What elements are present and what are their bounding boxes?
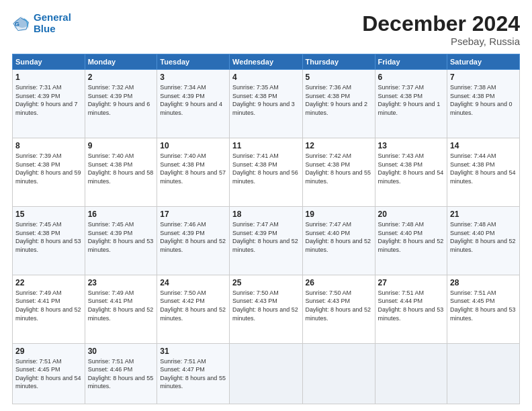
calendar-cell: 18Sunrise: 7:47 AMSunset: 4:39 PMDayligh… bbox=[230, 206, 302, 275]
day-info: Sunrise: 7:32 AMSunset: 4:39 PMDaylight:… bbox=[88, 83, 154, 117]
calendar-cell: 9Sunrise: 7:40 AMSunset: 4:38 PMDaylight… bbox=[85, 138, 157, 207]
day-info: Sunrise: 7:46 AMSunset: 4:39 PMDaylight:… bbox=[160, 220, 226, 254]
day-number: 23 bbox=[88, 278, 154, 287]
day-number: 27 bbox=[378, 278, 444, 287]
calendar-cell: 12Sunrise: 7:42 AMSunset: 4:38 PMDayligh… bbox=[302, 138, 375, 207]
day-number: 25 bbox=[232, 278, 299, 287]
svg-text:G: G bbox=[15, 19, 19, 27]
day-info: Sunrise: 7:35 AMSunset: 4:38 PMDaylight:… bbox=[232, 83, 299, 117]
calendar-cell bbox=[302, 343, 375, 404]
day-info: Sunrise: 7:50 AMSunset: 4:43 PMDaylight:… bbox=[232, 289, 299, 322]
day-info: Sunrise: 7:40 AMSunset: 4:38 PMDaylight:… bbox=[160, 152, 226, 185]
col-wednesday: Wednesday bbox=[230, 54, 302, 70]
day-number: 22 bbox=[15, 278, 82, 287]
calendar-cell: 19Sunrise: 7:47 AMSunset: 4:40 PMDayligh… bbox=[302, 206, 375, 275]
day-number: 21 bbox=[450, 210, 517, 219]
day-number: 2 bbox=[88, 73, 154, 82]
calendar-cell: 23Sunrise: 7:49 AMSunset: 4:41 PMDayligh… bbox=[85, 275, 157, 343]
calendar-cell bbox=[375, 343, 447, 404]
title-block: December 2024 Psebay, Russia bbox=[362, 12, 520, 47]
calendar-cell: 1Sunrise: 7:31 AMSunset: 4:39 PMDaylight… bbox=[13, 70, 85, 138]
calendar-cell: 16Sunrise: 7:45 AMSunset: 4:39 PMDayligh… bbox=[85, 206, 157, 275]
day-info: Sunrise: 7:49 AMSunset: 4:41 PMDaylight:… bbox=[88, 289, 154, 322]
day-number: 20 bbox=[378, 210, 444, 219]
calendar-cell: 8Sunrise: 7:39 AMSunset: 4:38 PMDaylight… bbox=[13, 138, 85, 207]
logo-text: General Blue bbox=[34, 12, 71, 34]
calendar-cell: 7Sunrise: 7:38 AMSunset: 4:38 PMDaylight… bbox=[447, 70, 520, 138]
calendar-cell bbox=[230, 343, 302, 404]
calendar-cell: 20Sunrise: 7:48 AMSunset: 4:40 PMDayligh… bbox=[375, 206, 447, 275]
col-friday: Friday bbox=[375, 54, 447, 70]
day-number: 3 bbox=[160, 73, 226, 82]
day-number: 16 bbox=[88, 210, 154, 219]
day-info: Sunrise: 7:48 AMSunset: 4:40 PMDaylight:… bbox=[450, 220, 517, 254]
logo-blue: Blue bbox=[34, 23, 56, 34]
header-row: Sunday Monday Tuesday Wednesday Thursday… bbox=[13, 54, 520, 70]
day-number: 24 bbox=[160, 278, 226, 287]
day-info: Sunrise: 7:50 AMSunset: 4:43 PMDaylight:… bbox=[306, 289, 372, 322]
day-number: 5 bbox=[306, 73, 372, 82]
day-number: 12 bbox=[306, 141, 372, 150]
day-number: 19 bbox=[306, 210, 372, 219]
main-title: December 2024 bbox=[362, 12, 520, 36]
day-info: Sunrise: 7:51 AMSunset: 4:44 PMDaylight:… bbox=[378, 289, 444, 322]
calendar-cell: 25Sunrise: 7:50 AMSunset: 4:43 PMDayligh… bbox=[230, 275, 302, 343]
day-info: Sunrise: 7:39 AMSunset: 4:38 PMDaylight:… bbox=[15, 152, 82, 185]
day-number: 30 bbox=[88, 347, 154, 356]
day-number: 1 bbox=[15, 73, 82, 82]
calendar-cell: 5Sunrise: 7:36 AMSunset: 4:38 PMDaylight… bbox=[302, 70, 375, 138]
col-monday: Monday bbox=[85, 54, 157, 70]
day-info: Sunrise: 7:31 AMSunset: 4:39 PMDaylight:… bbox=[15, 83, 82, 117]
calendar-cell: 6Sunrise: 7:37 AMSunset: 4:38 PMDaylight… bbox=[375, 70, 447, 138]
day-number: 15 bbox=[15, 210, 82, 219]
day-number: 17 bbox=[160, 210, 226, 219]
page: G General Blue December 2024 Psebay, Rus… bbox=[0, 0, 532, 411]
day-info: Sunrise: 7:38 AMSunset: 4:38 PMDaylight:… bbox=[450, 83, 517, 117]
logo: G General Blue bbox=[12, 12, 71, 34]
day-number: 18 bbox=[232, 210, 299, 219]
day-info: Sunrise: 7:49 AMSunset: 4:41 PMDaylight:… bbox=[15, 289, 82, 322]
calendar-cell: 24Sunrise: 7:50 AMSunset: 4:42 PMDayligh… bbox=[157, 275, 230, 343]
day-number: 4 bbox=[232, 73, 299, 82]
logo-general: General bbox=[34, 11, 71, 23]
col-sunday: Sunday bbox=[13, 54, 85, 70]
calendar-cell: 3Sunrise: 7:34 AMSunset: 4:39 PMDaylight… bbox=[157, 70, 230, 138]
day-info: Sunrise: 7:43 AMSunset: 4:38 PMDaylight:… bbox=[378, 152, 444, 185]
day-number: 9 bbox=[88, 141, 154, 150]
day-number: 11 bbox=[232, 141, 299, 150]
logo-icon: G bbox=[12, 14, 31, 33]
calendar-cell: 30Sunrise: 7:51 AMSunset: 4:46 PMDayligh… bbox=[85, 343, 157, 404]
day-number: 31 bbox=[160, 347, 226, 356]
calendar-cell: 13Sunrise: 7:43 AMSunset: 4:38 PMDayligh… bbox=[375, 138, 447, 207]
calendar-cell: 26Sunrise: 7:50 AMSunset: 4:43 PMDayligh… bbox=[302, 275, 375, 343]
calendar-cell: 14Sunrise: 7:44 AMSunset: 4:38 PMDayligh… bbox=[447, 138, 520, 207]
calendar-cell: 29Sunrise: 7:51 AMSunset: 4:45 PMDayligh… bbox=[13, 343, 85, 404]
calendar-cell: 27Sunrise: 7:51 AMSunset: 4:44 PMDayligh… bbox=[375, 275, 447, 343]
day-number: 6 bbox=[378, 73, 444, 82]
day-info: Sunrise: 7:34 AMSunset: 4:39 PMDaylight:… bbox=[160, 83, 226, 117]
calendar-cell: 15Sunrise: 7:45 AMSunset: 4:38 PMDayligh… bbox=[13, 206, 85, 275]
day-info: Sunrise: 7:44 AMSunset: 4:38 PMDaylight:… bbox=[450, 152, 517, 185]
calendar-cell: 4Sunrise: 7:35 AMSunset: 4:38 PMDaylight… bbox=[230, 70, 302, 138]
day-info: Sunrise: 7:47 AMSunset: 4:39 PMDaylight:… bbox=[232, 220, 299, 254]
day-info: Sunrise: 7:51 AMSunset: 4:45 PMDaylight:… bbox=[450, 289, 517, 322]
calendar-cell: 28Sunrise: 7:51 AMSunset: 4:45 PMDayligh… bbox=[447, 275, 520, 343]
col-thursday: Thursday bbox=[302, 54, 375, 70]
day-number: 13 bbox=[378, 141, 444, 150]
day-number: 8 bbox=[15, 141, 82, 150]
day-info: Sunrise: 7:51 AMSunset: 4:45 PMDaylight:… bbox=[15, 357, 82, 391]
header: G General Blue December 2024 Psebay, Rus… bbox=[12, 12, 520, 47]
day-info: Sunrise: 7:48 AMSunset: 4:40 PMDaylight:… bbox=[378, 220, 444, 254]
day-info: Sunrise: 7:40 AMSunset: 4:38 PMDaylight:… bbox=[88, 152, 154, 185]
calendar-cell: 31Sunrise: 7:51 AMSunset: 4:47 PMDayligh… bbox=[157, 343, 230, 404]
day-number: 14 bbox=[450, 141, 517, 150]
day-number: 7 bbox=[450, 73, 517, 82]
calendar-cell: 11Sunrise: 7:41 AMSunset: 4:38 PMDayligh… bbox=[230, 138, 302, 207]
calendar-cell: 2Sunrise: 7:32 AMSunset: 4:39 PMDaylight… bbox=[85, 70, 157, 138]
calendar-cell: 22Sunrise: 7:49 AMSunset: 4:41 PMDayligh… bbox=[13, 275, 85, 343]
day-number: 10 bbox=[160, 141, 226, 150]
subtitle: Psebay, Russia bbox=[362, 36, 520, 47]
calendar: Sunday Monday Tuesday Wednesday Thursday… bbox=[12, 54, 520, 404]
day-info: Sunrise: 7:51 AMSunset: 4:47 PMDaylight:… bbox=[160, 357, 226, 391]
day-info: Sunrise: 7:42 AMSunset: 4:38 PMDaylight:… bbox=[306, 152, 372, 185]
